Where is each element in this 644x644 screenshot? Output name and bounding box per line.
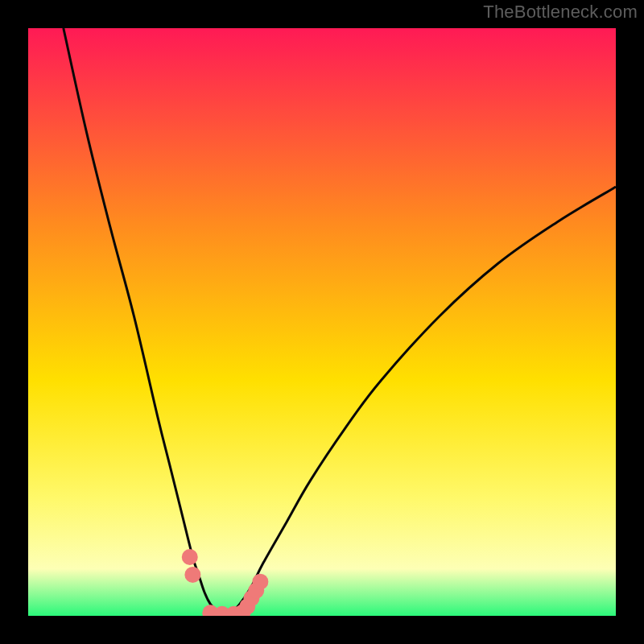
data-point [182,549,198,565]
data-point [252,574,268,590]
bottleneck-chart [28,28,616,616]
data-point [184,567,200,583]
watermark-label: TheBottleneck.com [483,2,638,23]
plot-area [28,28,616,616]
chart-frame: TheBottleneck.com [0,0,644,644]
gradient-background [28,28,616,616]
